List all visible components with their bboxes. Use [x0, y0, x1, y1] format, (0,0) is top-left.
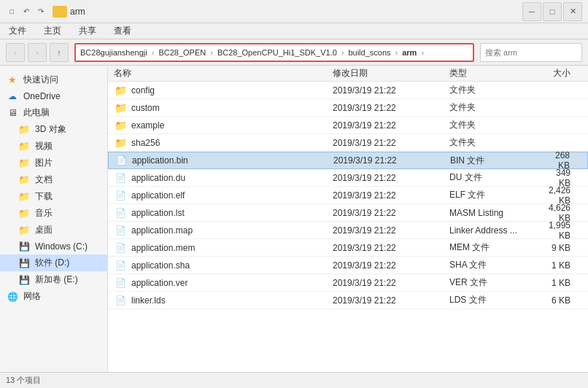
table-row[interactable]: 📁 example 2019/3/19 21:22 文件夹: [108, 117, 588, 134]
file-icon: 📄: [115, 173, 126, 183]
file-name: application.map: [131, 225, 193, 236]
file-type-icon: 📄: [114, 295, 127, 306]
file-date: 2019/3/19 21:22: [333, 103, 449, 113]
crumb-3[interactable]: build_scons: [348, 48, 390, 57]
file-name-cell: 📄 application.elf: [114, 190, 333, 201]
crumb-root-label: BC28gujianshengji: [80, 48, 147, 57]
sidebar-label-downloads: 下载: [35, 190, 53, 203]
file-date: 2019/3/19 21:22: [333, 278, 449, 288]
file-type-icon: 📄: [114, 225, 127, 236]
maximize-button[interactable]: □: [543, 2, 562, 21]
search-box[interactable]: [480, 43, 582, 62]
sidebar-item-drive-c[interactable]: 💾 Windows (C:): [0, 238, 107, 255]
sidebar-item-documents[interactable]: 📁 文档: [0, 171, 107, 188]
folder-icon: 📁: [115, 137, 127, 149]
file-type-icon: 📄: [114, 190, 127, 201]
file-name-cell: 📄 application.lst: [114, 207, 333, 219]
sidebar-item-3d[interactable]: 📁 3D 对象: [0, 121, 107, 138]
table-row[interactable]: 📁 config 2019/3/19 21:22 文件夹: [108, 82, 588, 99]
sidebar-label-quick-access: 快速访问: [23, 74, 58, 86]
sidebar-label-video: 视频: [35, 140, 53, 152]
sidebar-label-documents: 文档: [35, 174, 53, 186]
file-name: custom: [131, 103, 160, 113]
crumb-3-label: build_scons: [348, 48, 390, 57]
crumb-1[interactable]: BC28_OPEN: [158, 48, 206, 57]
sep-1: ›: [152, 48, 155, 57]
folder-icon: 📁: [115, 85, 127, 96]
sep-5: ›: [421, 48, 424, 57]
menu-home[interactable]: 主页: [41, 23, 64, 39]
sidebar-item-drive-e[interactable]: 💾 新加卷 (E:): [0, 271, 107, 288]
file-size: 6 KB: [544, 295, 582, 306]
crumb-current[interactable]: arm: [402, 48, 417, 57]
pc-icon: 🖥: [6, 107, 19, 119]
table-row[interactable]: 📄 linker.lds 2019/3/19 21:22 LDS 文件 6 KB: [108, 292, 588, 309]
file-type-icon: 📁: [114, 120, 127, 131]
file-icon: 📄: [115, 295, 126, 306]
address-bar[interactable]: BC28gujianshengji › BC28_OPEN › BC28_Ope…: [74, 43, 474, 62]
drive-d-icon: 💾: [18, 257, 31, 269]
close-button[interactable]: ✕: [563, 2, 582, 21]
sidebar-item-this-pc[interactable]: 🖥 此电脑: [0, 104, 107, 121]
folder-pictures-icon: 📁: [18, 158, 31, 169]
sidebar-item-music[interactable]: 📁 音乐: [0, 205, 107, 222]
sep-3: ›: [341, 48, 344, 57]
save-icon: □: [6, 6, 18, 18]
table-row[interactable]: 📁 sha256 2019/3/19 21:22 文件夹: [108, 134, 588, 152]
table-row[interactable]: 📄 application.elf 2019/3/19 21:22 ELF 文件…: [108, 187, 588, 204]
menu-view[interactable]: 查看: [111, 23, 134, 39]
sidebar-section-main: ★ 快速访问 ☁ OneDrive 🖥 此电脑 📁 3D 对象 📁 视频 📁: [0, 71, 107, 305]
file-date: 2019/3/19 21:22: [333, 295, 449, 306]
sidebar-item-onedrive[interactable]: ☁ OneDrive: [0, 88, 107, 104]
network-icon: 🌐: [6, 291, 19, 303]
title-bar: □ ↶ ↷ arm ─ □ ✕: [0, 0, 588, 23]
file-name: example: [131, 120, 164, 131]
file-date: 2019/3/19 21:22: [333, 173, 449, 183]
header-size[interactable]: 大小: [544, 67, 582, 79]
folder-documents-icon: 📁: [18, 174, 31, 186]
crumb-root[interactable]: BC28gujianshengji: [80, 48, 147, 57]
sidebar-item-desktop[interactable]: 📁 桌面: [0, 222, 107, 238]
table-row[interactable]: 📄 application.ver 2019/3/19 21:22 VER 文件…: [108, 274, 588, 292]
table-row[interactable]: 📄 application.sha 2019/3/19 21:22 SHA 文件…: [108, 257, 588, 274]
sidebar-item-downloads[interactable]: 📁 下载: [0, 188, 107, 205]
folder-title-icon: [53, 6, 67, 18]
header-name[interactable]: 名称: [114, 67, 333, 79]
sep-4: ›: [395, 48, 398, 57]
back-button[interactable]: ‹: [6, 43, 25, 62]
sidebar-label-music: 音乐: [35, 207, 53, 220]
sidebar-item-video[interactable]: 📁 视频: [0, 138, 107, 155]
sidebar-item-quick-access[interactable]: ★ 快速访问: [0, 71, 107, 88]
menu-share[interactable]: 共享: [76, 23, 99, 39]
file-icon: 📄: [115, 260, 126, 271]
crumb-2[interactable]: BC28_OpenCPU_Hi1_SDK_V1.0: [217, 48, 337, 57]
header-date[interactable]: 修改日期: [333, 67, 449, 79]
menu-file[interactable]: 文件: [6, 23, 29, 39]
sidebar-item-drive-d[interactable]: 💾 软件 (D:): [0, 255, 107, 271]
forward-button[interactable]: ›: [28, 43, 47, 62]
file-type-icon: 📁: [114, 102, 127, 114]
title-bar-icons: □ ↶ ↷: [6, 6, 47, 18]
sidebar-label-this-pc: 此电脑: [23, 106, 50, 119]
table-row[interactable]: 📄 application.bin 2019/3/19 21:22 BIN 文件…: [108, 152, 588, 169]
file-name: application.lst: [131, 208, 185, 218]
redo-icon: ↷: [35, 6, 47, 18]
folder-icon: 📁: [115, 120, 127, 131]
table-row[interactable]: 📄 application.du 2019/3/19 21:22 DU 文件 3…: [108, 169, 588, 187]
table-row[interactable]: 📄 application.mem 2019/3/19 21:22 MEM 文件…: [108, 239, 588, 257]
table-row[interactable]: 📁 custom 2019/3/19 21:22 文件夹: [108, 99, 588, 117]
search-input[interactable]: [485, 48, 577, 57]
table-row[interactable]: 📄 application.map 2019/3/19 21:22 Linker…: [108, 222, 588, 239]
file-date: 2019/3/19 21:22: [333, 120, 449, 131]
sidebar-item-pictures[interactable]: 📁 图片: [0, 155, 107, 171]
file-name-cell: 📁 custom: [114, 102, 333, 114]
sidebar-label-drive-c: Windows (C:): [35, 241, 88, 252]
sidebar-label-drive-e: 新加卷 (E:): [35, 273, 78, 286]
file-name: application.bin: [132, 155, 188, 166]
minimize-button[interactable]: ─: [522, 2, 541, 21]
header-type[interactable]: 类型: [449, 67, 544, 79]
file-name-cell: 📄 application.map: [114, 225, 333, 236]
up-button[interactable]: ↑: [50, 43, 69, 62]
table-row[interactable]: 📄 application.lst 2019/3/19 21:22 MASM L…: [108, 204, 588, 222]
sidebar-item-network[interactable]: 🌐 网络: [0, 288, 107, 305]
